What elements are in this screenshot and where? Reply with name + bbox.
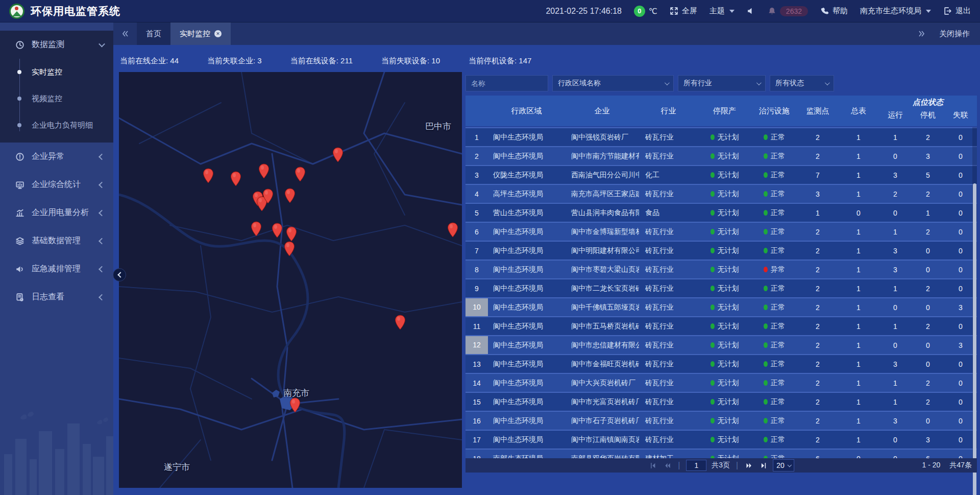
sidebar-subitem-power-load-detail[interactable]: 企业电力负荷明细	[0, 112, 113, 138]
chevron-down-icon	[99, 40, 105, 47]
cell-facility-status: 正常	[751, 360, 797, 369]
sidebar-item-basic-data[interactable]: 基础数据管理	[0, 227, 113, 255]
column-header[interactable]: 企业	[565, 96, 639, 126]
tab-label: 首页	[146, 29, 161, 39]
sidebar-subitem-video-monitoring[interactable]: 视频监控	[0, 85, 113, 112]
mute-button[interactable]	[747, 7, 755, 15]
sidebar-item-enterprise-abnormal[interactable]: 企业异常	[0, 143, 113, 171]
map-pin-icon[interactable]	[447, 222, 458, 238]
next-page-icon[interactable]	[744, 461, 753, 470]
table-row[interactable]: 4 高坪生态环境局 南充市高坪区王家店建 砖瓦行业 无计划 正常 3 1 2 2…	[465, 185, 977, 204]
cell-monitor-points: 2	[797, 341, 838, 349]
map-pin-icon[interactable]	[262, 188, 274, 204]
column-header[interactable]: 停限产	[698, 96, 751, 126]
status-select[interactable]: 所有状态	[770, 75, 834, 91]
map-pin-icon[interactable]	[284, 188, 296, 203]
map-pin-icon[interactable]	[289, 397, 301, 413]
sidebar-item-power-analysis[interactable]: 企业用电量分析	[0, 199, 113, 227]
status-dot	[764, 437, 768, 442]
map-pin-icon[interactable]	[286, 226, 297, 242]
monitor-icon	[15, 180, 24, 190]
map-pin-icon[interactable]	[230, 171, 241, 186]
table-row[interactable]: 15 阆中生态环境局 阆中市光富页岩机砖厂 砖瓦行业 无计划 正常 2 1 1 …	[465, 393, 977, 412]
map-collapse-button[interactable]	[113, 268, 126, 281]
table-row[interactable]: 14 阆中生态环境局 阆中大兴页岩机砖厂 砖瓦行业 无计划 正常 2 1 1 2…	[465, 374, 977, 393]
tabs-scroll-left-icon[interactable]	[113, 22, 137, 45]
page-size-select[interactable]: 20	[773, 459, 794, 472]
column-header[interactable]: 总表	[838, 96, 879, 126]
table-row[interactable]: 7 阆中生态环境局 阆中明阳建材有限公司 砖瓦行业 无计划 正常 2 1 3 0…	[465, 242, 977, 261]
cell-stopped: 3	[912, 436, 944, 444]
cell-running: 1	[879, 398, 912, 406]
table-row[interactable]: 6 阆中生态环境局 阆中市金博瑞新型墙材 砖瓦行业 无计划 正常 2 1 1 2…	[465, 223, 977, 242]
region-select[interactable]: 行政区域名称	[552, 75, 674, 91]
exit-button[interactable]: 退出	[943, 6, 971, 16]
theme-dropdown[interactable]: 主题	[709, 6, 734, 16]
scrollbar-thumb[interactable]	[973, 183, 976, 495]
chevron-down-icon	[756, 80, 762, 85]
table-row[interactable]: 18 南部生态环境局 南部县双华页岩砖有限公 建材加工 无计划 正常 6 0 0…	[465, 450, 977, 458]
column-header[interactable]: 失联	[944, 109, 977, 126]
table-row[interactable]: 13 阆中生态环境局 阆中市金福旺页岩机砖 砖瓦行业 无计划 正常 2 1 3 …	[465, 355, 977, 374]
map-roads	[119, 72, 462, 488]
sidebar-item-emergency-reduction[interactable]: 应急减排管理	[0, 255, 113, 283]
last-page-icon[interactable]	[758, 461, 768, 470]
map-pin-icon[interactable]	[251, 221, 262, 237]
column-header[interactable]: 运行	[879, 109, 912, 126]
table-row[interactable]: 3 仪陇生态环境局 西南油气田分公司川中 化工 无计划 正常 7 1 3 5 0	[465, 166, 977, 185]
notifications[interactable]: 2632	[768, 6, 808, 16]
prev-page-icon[interactable]	[663, 461, 672, 470]
name-search-input[interactable]	[465, 75, 548, 91]
page-number-input[interactable]	[686, 460, 706, 471]
map-pin-icon[interactable]	[295, 167, 306, 182]
table-row[interactable]: 11 阆中生态环境局 阆中市五马桥页岩机砖 砖瓦行业 无计划 正常 2 1 1 …	[465, 317, 977, 336]
cell-monitor-points: 2	[797, 436, 838, 444]
column-header[interactable]: 治污设施	[751, 96, 797, 126]
map-pin-icon[interactable]	[395, 315, 406, 330]
column-header[interactable]: 监测点	[797, 96, 838, 126]
map-pin-icon[interactable]	[332, 147, 344, 162]
close-operations-button[interactable]: 关闭操作	[939, 29, 970, 39]
sidebar-item-data-monitoring[interactable]: 数据监测	[0, 31, 113, 59]
tab-realtime[interactable]: 实时监控 ✕	[170, 22, 231, 45]
table-row[interactable]: 12 阆中生态环境局 阆中市忠信建材有限公 砖瓦行业 无计划 正常 2 1 0 …	[465, 336, 977, 355]
column-header[interactable]: 停机	[912, 109, 944, 126]
column-header[interactable]: 行政区域	[488, 96, 565, 126]
map-pin-icon[interactable]	[272, 223, 283, 238]
industry-select[interactable]: 所有行业	[678, 75, 766, 91]
sidebar-subitem-realtime-monitoring[interactable]: 实时监控	[0, 59, 113, 85]
cell-company: 阆中千佛镇五郎垭页岩	[565, 303, 639, 312]
horn-icon	[15, 265, 24, 274]
cell-running: 0	[879, 436, 912, 444]
table-row[interactable]: 16 阆中生态环境局 阆中市石子页岩机砖厂 砖瓦行业 无计划 正常 2 1 3 …	[465, 412, 977, 431]
tabs-scroll-right-icon[interactable]	[918, 30, 926, 38]
table-row[interactable]: 9 阆中生态环境局 阆中市二龙长宝页岩砖 砖瓦行业 无计划 正常 2 1 1 2…	[465, 279, 977, 298]
sidebar-item-log-view[interactable]: 日志查看	[0, 283, 113, 311]
table-row[interactable]: 10 阆中生态环境局 阆中千佛镇五郎垭页岩 砖瓦行业 无计划 正常 2 1 0 …	[465, 298, 977, 317]
help-button[interactable]: 帮助	[820, 6, 848, 16]
cell-stopped: 2	[912, 398, 944, 406]
sidebar-subitem-label: 视频监控	[32, 94, 62, 104]
cell-stopped: 0	[912, 360, 944, 368]
first-page-icon[interactable]	[648, 461, 657, 470]
exit-icon	[943, 7, 952, 15]
map-pin-icon[interactable]	[284, 241, 295, 256]
tab-home[interactable]: 首页	[137, 22, 170, 45]
table-row[interactable]: 1 阆中生态环境局 阆中强锐页岩砖厂 砖瓦行业 无计划 正常 2 1 1 2 0	[465, 127, 977, 147]
tab-close-icon[interactable]: ✕	[214, 30, 222, 37]
map-pin-icon[interactable]	[203, 168, 214, 183]
cell-company: 阆中市金博瑞新型墙材	[565, 227, 639, 237]
sidebar-menu: 数据监测 实时监控 视频监控 企业电力负荷明细 企业异常 企业综合统计 企业用电…	[0, 31, 113, 311]
table-row[interactable]: 17 阆中生态环境局 阆中市江南镇阆南页岩 砖瓦行业 无计划 正常 2 1 0 …	[465, 431, 977, 450]
cell-industry: 砖瓦行业	[639, 397, 698, 407]
org-dropdown[interactable]: 南充市生态环境局	[860, 6, 931, 16]
sidebar-item-enterprise-statistics[interactable]: 企业综合统计	[0, 171, 113, 199]
table-row[interactable]: 2 阆中生态环境局 阆中市南方节能建材有 砖瓦行业 无计划 正常 2 1 0 3…	[465, 147, 977, 166]
map-canvas[interactable]: 巴中市南充市遂宁市	[119, 72, 462, 488]
column-header[interactable]: 行业	[639, 96, 698, 126]
table-row[interactable]: 8 阆中生态环境局 阆中市枣碧大梁山页岩 砖瓦行业 无计划 异常 2 1 3 0…	[465, 261, 977, 279]
map-pin-icon[interactable]	[258, 163, 270, 179]
fullscreen-button[interactable]: 全屏	[670, 6, 697, 16]
table-row[interactable]: 5 营山生态环境局 营山县润丰肉食品有限 食品 无计划 正常 1 0 0 1 0	[465, 204, 977, 223]
cell-company: 南充市高坪区王家店建	[565, 190, 639, 199]
